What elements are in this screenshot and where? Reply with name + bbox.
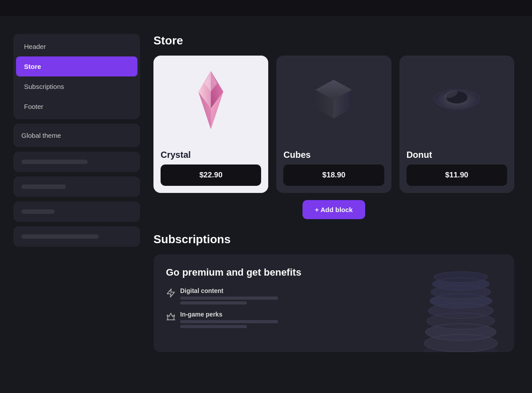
donut-card-info: Donut $11.90 — [399, 144, 514, 193]
add-block-button[interactable]: + Add block — [302, 200, 365, 219]
lightning-icon — [166, 288, 176, 298]
sidebar-skeleton-3 — [13, 201, 140, 222]
sidebar-item-subscriptions[interactable]: Subscriptions — [16, 76, 137, 96]
sub-decoration — [399, 254, 514, 352]
sidebar-global-theme[interactable]: Global theme — [13, 124, 140, 147]
sidebar-skeleton-1 — [13, 152, 140, 172]
svg-marker-12 — [167, 289, 175, 297]
sidebar-item-header[interactable]: Header — [16, 36, 137, 56]
feature-line — [180, 297, 278, 300]
digital-content-label: Digital content — [180, 287, 278, 294]
donut-name: Donut — [407, 150, 507, 160]
sidebar-nav: Header Store Subscriptions Footer — [13, 34, 140, 119]
skeleton-bar — [21, 209, 55, 214]
crystal-name: Crystal — [161, 150, 261, 160]
sidebar-skeleton-2 — [13, 176, 140, 197]
feature-line — [180, 325, 247, 328]
subscriptions-section-title: Subscriptions — [153, 233, 514, 246]
sidebar: Header Store Subscriptions Footer Global… — [13, 34, 140, 393]
crown-icon — [166, 312, 176, 321]
cubes-price-button[interactable]: $18.90 — [283, 164, 384, 186]
subscriptions-section: Subscriptions Go premium and get benefit… — [153, 233, 514, 352]
top-bar — [0, 0, 532, 16]
spiral-decoration — [399, 254, 514, 352]
cubes-image-area — [276, 56, 391, 144]
sidebar-item-store[interactable]: Store — [16, 56, 137, 76]
cubes-name: Cubes — [283, 150, 384, 160]
donut-image-area — [399, 56, 514, 144]
crystal-card-info: Crystal $22.90 — [153, 144, 268, 193]
store-cards: Crystal $22.90 — [153, 56, 514, 193]
store-section-title: Store — [153, 34, 514, 48]
subscription-card-title: Go premium and get benefits — [166, 267, 351, 278]
main-content: Store — [153, 34, 519, 393]
cubes-card-info: Cubes $18.90 — [276, 144, 391, 193]
ingame-perks-label: In-game perks — [180, 311, 278, 318]
crystal-price-button[interactable]: $22.90 — [161, 164, 261, 186]
cube-icon — [309, 76, 358, 124]
skeleton-bar — [21, 160, 88, 164]
feature-line — [180, 301, 247, 305]
sidebar-item-footer[interactable]: Footer — [16, 96, 137, 116]
store-card-crystal: Crystal $22.90 — [153, 56, 268, 193]
crystal-icon — [184, 67, 238, 133]
donut-price-button[interactable]: $11.90 — [407, 164, 507, 186]
feature-line — [180, 320, 278, 323]
skeleton-bar — [21, 184, 66, 189]
donut-icon — [430, 78, 484, 122]
layout: Header Store Subscriptions Footer Global… — [0, 16, 532, 393]
store-card-cubes: Cubes $18.90 — [276, 56, 391, 193]
sidebar-skeleton-4 — [13, 226, 140, 247]
store-card-donut: Donut $11.90 — [399, 56, 514, 193]
subscription-card: Go premium and get benefits Digital cont… — [153, 254, 514, 352]
crystal-image-area — [153, 56, 268, 144]
skeleton-bar — [21, 234, 99, 239]
